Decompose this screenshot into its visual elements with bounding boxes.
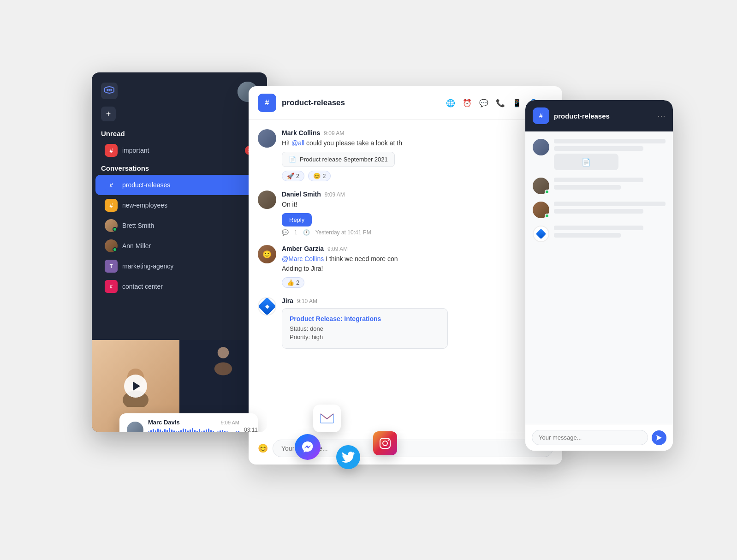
chat-panel: # product-releases 🌐 ⏰ 💬 📞 📱 👤 ⋯ Mark Co… xyxy=(249,86,562,465)
play-triangle-icon xyxy=(133,381,140,391)
mobile-header: # product-releases ⋯ xyxy=(525,100,673,131)
mobile-send-button[interactable] xyxy=(652,430,666,445)
mark-collins-attachment[interactable]: 📄 Product release September 2021 xyxy=(282,152,395,167)
important-channel-icon: # xyxy=(105,144,118,157)
sidebar-item-product-releases[interactable]: # product-releases xyxy=(95,175,263,195)
comment-icon: 💬 xyxy=(282,229,289,236)
brett-avatar-wrap xyxy=(105,219,118,232)
instagram-icon[interactable] xyxy=(373,431,397,455)
sidebar: + Unread # important 2 Conversations # p… xyxy=(92,72,267,432)
attachment-filename: Product release September 2021 xyxy=(300,156,388,163)
conversations-section-label: Conversations xyxy=(92,161,267,175)
svg-point-1 xyxy=(107,89,108,91)
whatsapp-icon[interactable]: 📞 xyxy=(496,99,505,107)
mobile-text-7 xyxy=(554,226,643,230)
marketing-agency-icon: T xyxy=(105,260,118,273)
mobile-text-6 xyxy=(554,209,643,214)
app-logo-icon xyxy=(101,83,118,101)
marketing-agency-label: marketing-agency xyxy=(122,262,254,270)
contact-center-label: contact center xyxy=(122,283,254,290)
mobile-attachment-1: 📄 xyxy=(554,154,618,170)
jira-avatar: ◆ xyxy=(258,297,276,316)
svg-point-11 xyxy=(388,440,389,441)
mobile-msg-row-1: 📄 xyxy=(533,139,666,170)
sidebar-item-important[interactable]: # important 2 xyxy=(95,140,263,161)
mark-collins-avatar xyxy=(258,129,276,148)
voice-avatar xyxy=(127,422,143,433)
reaction-smile[interactable]: 😊 2 xyxy=(308,171,331,181)
message-row-amber-garzia: 🙂 Amber Garzia 9:09 AM @Marc Collins I t… xyxy=(258,245,553,288)
globe-icon[interactable]: 🌐 xyxy=(446,99,455,107)
svg-point-6 xyxy=(218,347,229,358)
emoji-picker-icon[interactable]: 😊 xyxy=(258,443,268,453)
thumbs-up-count: 2 xyxy=(296,279,299,286)
sidebar-item-contact-center[interactable]: # contact center xyxy=(95,276,263,297)
mobile-messages: 📄 xyxy=(525,131,673,424)
smile-emoji: 😊 xyxy=(313,173,321,179)
voice-info: Marc Davis 9:09 AM xyxy=(148,419,239,432)
contact-center-icon: # xyxy=(105,280,118,293)
thumbs-up-emoji: 👍 xyxy=(287,279,294,286)
waveform xyxy=(148,428,239,432)
sidebar-item-new-employees[interactable]: # new-employees xyxy=(95,195,263,215)
mobile-text-8 xyxy=(554,233,621,238)
mobile-channel-icon: # xyxy=(533,107,549,124)
jira-name: Jira xyxy=(282,297,293,304)
mobile-text-3 xyxy=(554,178,643,182)
chat-icon[interactable]: 💬 xyxy=(479,99,488,107)
message-row-daniel-smith: Daniel Smith 9:09 AM On it! Reply 💬 1 🕐 … xyxy=(258,191,553,236)
attachment-icon: 📄 xyxy=(289,156,296,163)
voice-time: 9:09 AM xyxy=(221,420,239,425)
sidebar-item-brett-smith[interactable]: Brett Smith xyxy=(95,215,263,236)
mention-all: @all xyxy=(291,139,304,147)
messenger-icon[interactable] xyxy=(295,434,321,460)
new-employees-icon: # xyxy=(105,199,118,212)
mobile-msg-content-1: 📄 xyxy=(554,139,666,170)
svg-point-10 xyxy=(383,441,387,446)
mobile-msg-content-2 xyxy=(554,178,666,192)
play-button[interactable] xyxy=(124,375,147,398)
clock-icon[interactable]: ⏰ xyxy=(463,99,472,107)
mention-marc: @Marc Collins xyxy=(282,255,324,262)
sidebar-item-marketing-agency[interactable]: T marketing-agency xyxy=(95,256,263,276)
amber-garzia-message: Amber Garzia 9:09 AM @Marc Collins I thi… xyxy=(282,245,553,288)
jira-card[interactable]: Product Release: Integrations Status: do… xyxy=(282,308,448,349)
twitter-icon[interactable] xyxy=(336,445,360,469)
daniel-smith-time: 9:09 AM xyxy=(325,191,345,198)
product-releases-label: product-releases xyxy=(122,181,254,189)
mobile-more-icon[interactable]: ⋯ xyxy=(657,111,666,121)
smile-count: 2 xyxy=(322,173,326,179)
mobile-text-2 xyxy=(554,146,643,151)
mobile-avatar-jira xyxy=(533,226,549,242)
mobile-message-input[interactable] xyxy=(532,430,648,445)
ann-miller-label: Ann Miller xyxy=(122,242,254,250)
amber-garzia-reactions: 👍 2 xyxy=(282,277,553,288)
reaction-thumbs-up[interactable]: 👍 2 xyxy=(282,277,304,288)
daniel-smith-name: Daniel Smith xyxy=(282,191,321,198)
voice-message-card: Marc Davis 9:09 AM xyxy=(119,413,258,432)
brett-smith-label: Brett Smith xyxy=(122,222,254,229)
gmail-icon[interactable] xyxy=(313,405,341,432)
phone-icon[interactable]: 📱 xyxy=(512,99,522,107)
reaction-rocket[interactable]: 🚀 2 xyxy=(282,171,304,181)
amber-garzia-avatar: 🙂 xyxy=(258,245,276,263)
mobile-avatar-3 xyxy=(533,202,549,218)
message-row-mark-collins: Mark Collins 9:09 AM Hi! @all could you … xyxy=(258,129,553,181)
mobile-text-4 xyxy=(554,185,621,190)
mobile-input-area xyxy=(525,424,673,451)
voice-name: Marc Davis xyxy=(148,419,180,426)
amber-garzia-text: @Marc Collins I think we need more con xyxy=(282,254,553,264)
mobile-channel-title: product-releases xyxy=(554,112,653,120)
svg-point-2 xyxy=(108,89,110,91)
reply-button[interactable]: Reply xyxy=(282,213,312,226)
voice-duration: 03:11 xyxy=(244,427,258,433)
mark-collins-text: Hi! @all could you please take a look at… xyxy=(282,138,553,148)
sidebar-item-ann-miller[interactable]: Ann Miller xyxy=(95,236,263,256)
brett-online-dot xyxy=(113,227,117,232)
meta-time: Yesterday at 10:41 PM xyxy=(315,229,371,236)
add-button[interactable]: + xyxy=(101,107,116,121)
jira-priority: Priority: high xyxy=(290,334,440,340)
message-row-jira: ◆ Jira 9:10 AM Product Release: Integrat… xyxy=(258,297,553,349)
jira-message: Jira 9:10 AM Product Release: Integratio… xyxy=(282,297,553,349)
daniel-smith-avatar xyxy=(258,191,276,209)
